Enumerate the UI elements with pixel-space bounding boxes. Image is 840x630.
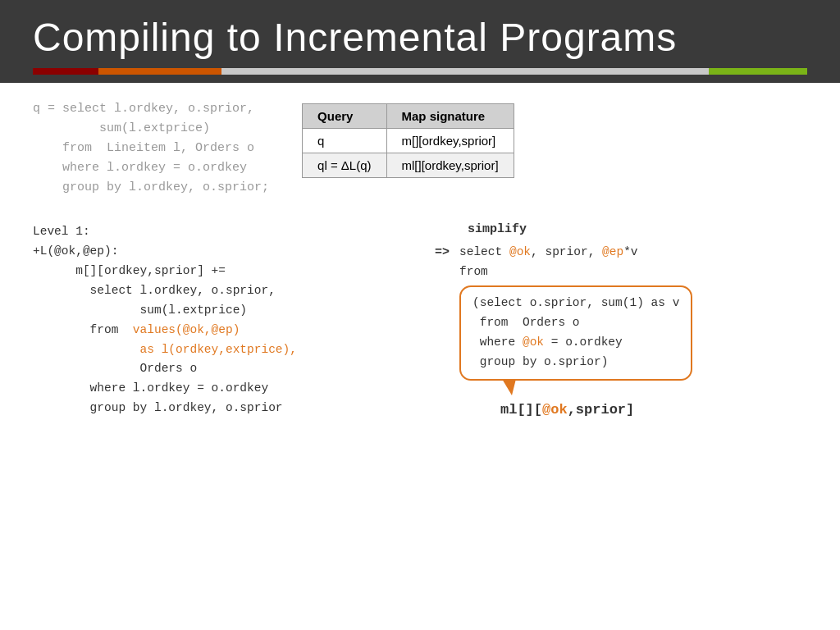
table-cell-query-1: q [303, 129, 386, 153]
sql-line-1: q = select l.ordkey, o.sprior, [33, 99, 269, 119]
result-line-1: select @ok, sprior, @ep*v [459, 243, 807, 262]
arrow-label: => [435, 243, 450, 263]
table-cell-query-2: ql = ΔL(q) [303, 153, 386, 178]
plus-l-label: +L(@ok,@ep): [33, 242, 427, 262]
color-bar [33, 68, 807, 75]
box-line-2: from Orders o [472, 313, 679, 333]
left-code-line-8: group by l.ordkey, o.sprior [33, 399, 427, 418]
right-side: simplify => select @ok, sprior, @ep*v fr… [427, 222, 807, 422]
signature-table: Query Map signature q m[][ordkey,sprior]… [302, 103, 514, 178]
bottom-section: Level 1: +L(@ok,@ep): m[][ordkey,sprior]… [33, 222, 807, 422]
table-header-map: Map signature [386, 104, 514, 129]
main-content: q = select l.ordkey, o.sprior, sum(l.ext… [0, 83, 840, 438]
ml-label: ml[][@ok,sprior] [500, 399, 807, 422]
header: Compiling to Incremental Programs [0, 0, 840, 83]
table-row: ql = ΔL(q) ml[][ordkey,sprior] [303, 153, 514, 178]
box-line-4: group by o.sprior) [472, 353, 679, 372]
simplify-result: => select @ok, sprior, @ep*v from (selec… [435, 243, 807, 422]
box-line-1: (select o.sprior, sum(1) as v [472, 294, 679, 313]
result-text: select @ok, sprior, @ep*v from (select o… [459, 243, 807, 422]
level-label: Level 1: [33, 222, 427, 242]
sql-code-block: q = select l.ordkey, o.sprior, sum(l.ext… [33, 99, 269, 198]
table-row: q m[][ordkey,sprior] [303, 129, 514, 153]
sql-line-3: from Lineitem l, Orders o [33, 139, 269, 158]
left-code-block: Level 1: +L(@ok,@ep): m[][ordkey,sprior]… [33, 222, 427, 422]
left-code-line-3: sum(l.extprice) [33, 301, 427, 321]
color-bar-segment-3 [221, 68, 709, 75]
ep-orange: @ep [602, 245, 623, 258]
result-line-2: from [459, 262, 807, 282]
ok-orange-3: @ok [542, 402, 568, 418]
page-title: Compiling to Incremental Programs [33, 15, 807, 60]
ok-orange-1: @ok [509, 245, 531, 258]
box-line-3: where @ok = o.ordkey [472, 333, 679, 353]
left-code-line-4: from values(@ok,@ep) [33, 321, 427, 340]
ok-orange-2: @ok [523, 336, 544, 349]
left-code-line-1: m[][ordkey,sprior] += [33, 262, 427, 281]
table-header-query: Query [303, 104, 386, 129]
as-orange: as l(ordkey,extprice), [140, 343, 297, 356]
color-bar-segment-4 [709, 68, 807, 75]
left-code-line-7: where l.ordkey = o.ordkey [33, 379, 427, 399]
color-bar-segment-1 [33, 68, 98, 75]
color-bar-segment-2 [98, 68, 221, 75]
left-code-line-6: Orders o [33, 359, 427, 379]
sql-line-2: sum(l.extprice) [33, 119, 269, 139]
left-code-line-2: select l.ordkey, o.sprior, [33, 281, 427, 301]
left-code-line-5: as l(ordkey,extprice), [33, 340, 427, 360]
simplify-label: simplify [468, 222, 807, 236]
sql-line-4: where l.ordkey = o.ordkey [33, 158, 269, 178]
rounded-box: (select o.sprior, sum(1) as v from Order… [459, 285, 692, 381]
table-cell-map-2: ml[][ordkey,sprior] [386, 153, 514, 178]
table-cell-map-1: m[][ordkey,sprior] [386, 129, 514, 153]
from-values-orange: values(@ok,@ep) [133, 323, 240, 336]
top-section: q = select l.ordkey, o.sprior, sum(l.ext… [33, 99, 807, 198]
sql-line-5: group by l.ordkey, o.sprior; [33, 178, 269, 198]
